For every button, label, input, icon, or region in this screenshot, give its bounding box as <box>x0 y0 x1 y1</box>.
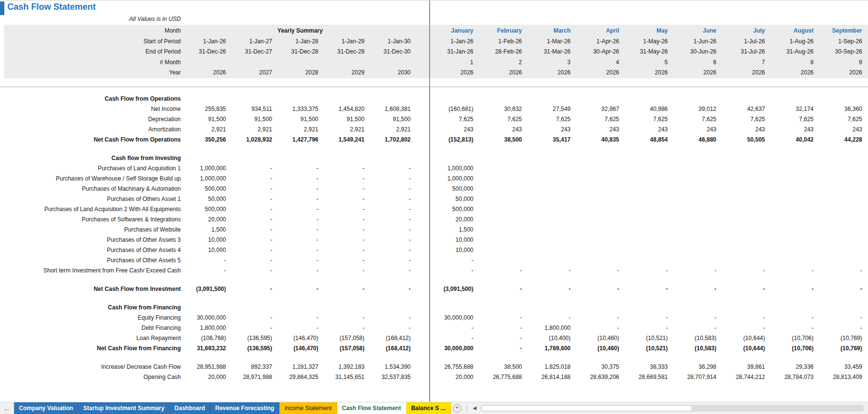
value-cell[interactable] <box>818 204 867 215</box>
value-cell[interactable]: 20,000 <box>430 372 478 382</box>
value-cell[interactable]: - <box>323 235 369 245</box>
row-label[interactable]: Year <box>4 68 185 78</box>
value-cell[interactable]: 28,971,988 <box>231 372 277 382</box>
value-cell[interactable] <box>575 94 624 104</box>
value-cell[interactable]: 91,500 <box>277 114 323 125</box>
value-cell[interactable]: - <box>277 174 323 184</box>
value-cell[interactable]: 243 <box>770 125 818 135</box>
add-sheet-button[interactable]: + <box>451 402 464 414</box>
value-cell[interactable]: (157,058) <box>323 343 369 354</box>
value-cell[interactable]: - <box>277 184 323 194</box>
value-cell[interactable]: 2,921 <box>277 125 323 135</box>
value-cell[interactable]: 1,534,390 <box>369 362 416 372</box>
value-cell[interactable]: - <box>430 323 478 333</box>
value-cell[interactable]: - <box>818 284 867 294</box>
value-cell[interactable]: 28,669,581 <box>624 372 673 382</box>
header-cell[interactable]: 31-Aug-26 <box>770 47 818 57</box>
value-cell[interactable] <box>478 235 527 245</box>
value-cell[interactable]: - <box>231 174 277 184</box>
value-cell[interactable]: - <box>185 255 231 266</box>
value-cell[interactable] <box>770 235 818 245</box>
value-cell[interactable]: 26,814,188 <box>527 372 575 382</box>
value-cell[interactable] <box>818 215 867 225</box>
value-cell[interactable]: - <box>818 266 867 276</box>
value-cell[interactable] <box>277 303 323 313</box>
header-cell[interactable]: 31-Jan-26 <box>430 47 478 57</box>
row-label[interactable]: Loan Repayment <box>4 333 185 343</box>
header-cell[interactable]: 2026 <box>430 68 478 78</box>
header-cell[interactable]: 2026 <box>185 68 231 78</box>
value-cell[interactable] <box>185 153 231 163</box>
value-cell[interactable]: 26,755,688 <box>430 362 478 372</box>
value-cell[interactable]: 243 <box>673 125 721 135</box>
value-cell[interactable]: 28,639,206 <box>575 372 624 382</box>
value-cell[interactable]: 20,000 <box>430 215 478 225</box>
value-cell[interactable]: - <box>277 255 323 266</box>
value-cell[interactable]: 91,500 <box>323 114 369 125</box>
month-header[interactable]: August <box>770 26 818 36</box>
value-cell[interactable]: 7,625 <box>624 114 673 125</box>
month-header[interactable]: June <box>673 26 721 36</box>
header-cell[interactable]: 31-Dec-27 <box>231 47 277 57</box>
month-header[interactable]: September <box>818 26 867 36</box>
value-cell[interactable] <box>575 204 624 215</box>
value-cell[interactable] <box>624 174 673 184</box>
value-cell[interactable]: (10,583) <box>673 343 721 354</box>
value-cell[interactable] <box>624 204 673 215</box>
value-cell[interactable] <box>478 163 527 174</box>
value-cell[interactable] <box>673 225 721 235</box>
value-cell[interactable]: 243 <box>430 125 478 135</box>
value-cell[interactable]: 7,625 <box>430 114 478 125</box>
header-cell[interactable]: 1 <box>430 57 478 68</box>
row-label[interactable]: Cash Flow from Operations <box>4 94 185 104</box>
value-cell[interactable]: 243 <box>624 125 673 135</box>
value-cell[interactable]: - <box>478 266 527 276</box>
value-cell[interactable] <box>770 225 818 235</box>
row-label[interactable]: Start of Period <box>4 36 185 47</box>
value-cell[interactable]: - <box>478 313 527 323</box>
value-cell[interactable]: 38,333 <box>624 362 673 372</box>
header-cell[interactable]: 2029 <box>323 68 369 78</box>
value-cell[interactable]: (10,521) <box>624 343 673 354</box>
value-cell[interactable]: 28,813,409 <box>818 372 867 382</box>
value-cell[interactable]: 31,145,651 <box>323 372 369 382</box>
value-cell[interactable]: 32,537,835 <box>369 372 416 382</box>
value-cell[interactable] <box>673 303 721 313</box>
value-cell[interactable]: - <box>575 323 624 333</box>
value-cell[interactable]: (146,470) <box>277 343 323 354</box>
value-cell[interactable]: 1,028,932 <box>231 135 277 145</box>
value-cell[interactable]: 1,427,796 <box>277 135 323 145</box>
row-label[interactable]: Purchases of Others Asset 1 <box>4 194 185 204</box>
value-cell[interactable]: 1,800,000 <box>185 323 231 333</box>
value-cell[interactable]: 36,298 <box>673 362 721 372</box>
value-cell[interactable]: - <box>369 215 416 225</box>
value-cell[interactable]: 1,500 <box>185 225 231 235</box>
value-cell[interactable]: 892,337 <box>231 362 277 372</box>
value-cell[interactable]: 1,800,000 <box>527 323 575 333</box>
value-cell[interactable] <box>575 194 624 204</box>
value-cell[interactable]: 255,835 <box>185 104 231 114</box>
value-cell[interactable] <box>185 94 231 104</box>
value-cell[interactable] <box>478 194 527 204</box>
value-cell[interactable] <box>277 94 323 104</box>
value-cell[interactable]: 31,693,232 <box>185 343 231 354</box>
value-cell[interactable]: 35,417 <box>527 135 575 145</box>
value-cell[interactable]: (3,091,500) <box>430 284 478 294</box>
yearly-summary-header[interactable]: Yearly Summary <box>185 26 416 36</box>
value-cell[interactable] <box>624 235 673 245</box>
value-cell[interactable] <box>478 245 527 255</box>
value-cell[interactable]: - <box>430 333 478 343</box>
value-cell[interactable] <box>770 245 818 255</box>
value-cell[interactable] <box>575 215 624 225</box>
value-cell[interactable]: - <box>430 266 478 276</box>
value-cell[interactable]: (10,460) <box>575 343 624 354</box>
value-cell[interactable]: 2,921 <box>231 125 277 135</box>
value-cell[interactable] <box>527 215 575 225</box>
value-cell[interactable] <box>277 153 323 163</box>
value-cell[interactable]: - <box>277 235 323 245</box>
value-cell[interactable]: - <box>231 194 277 204</box>
value-cell[interactable] <box>721 204 770 215</box>
value-cell[interactable] <box>231 94 277 104</box>
value-cell[interactable]: - <box>323 266 369 276</box>
value-cell[interactable]: - <box>277 204 323 215</box>
